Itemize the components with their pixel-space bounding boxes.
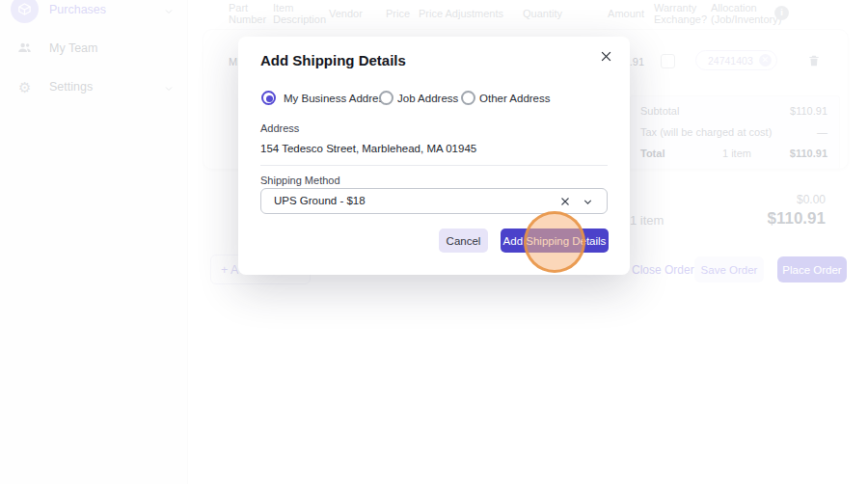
app-window: Purchases My Team ⚙ Settings: [0, 0, 868, 484]
close-icon[interactable]: [599, 49, 614, 65]
radio-label: Other Address: [479, 93, 551, 104]
radio-my-business-address[interactable]: [261, 91, 276, 105]
radio-label: Job Address: [397, 93, 458, 104]
modal-title: Add Shipping Details: [260, 52, 406, 68]
shipping-method-select[interactable]: UPS Ground - $18: [260, 188, 608, 214]
divider: [260, 165, 608, 166]
address-label: Address: [260, 122, 299, 134]
shipping-method-value: UPS Ground - $18: [274, 189, 366, 213]
radio-label: My Business Address: [284, 93, 390, 104]
shipping-method-label: Shipping Method: [260, 175, 340, 186]
clear-selection-icon[interactable]: [559, 196, 571, 207]
radio-job-address[interactable]: [379, 91, 393, 105]
cancel-button[interactable]: Cancel: [439, 229, 488, 253]
add-shipping-details-modal: Add Shipping Details My Business Address…: [238, 37, 630, 275]
add-shipping-details-button[interactable]: Add Shipping Details: [501, 229, 609, 253]
radio-other-address[interactable]: [461, 91, 475, 105]
address-value: 154 Tedesco Street, Marblehead, MA 01945: [260, 143, 476, 154]
chevron-down-icon[interactable]: [582, 196, 594, 208]
